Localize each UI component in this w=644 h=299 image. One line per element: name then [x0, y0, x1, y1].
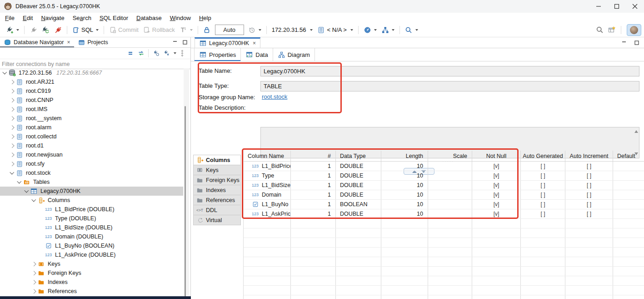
empty-cell[interactable] [565, 248, 613, 257]
column-header-length[interactable]: Length [381, 151, 428, 161]
cell[interactable]: [ ] [521, 200, 565, 209]
cell[interactable]: [v] [472, 171, 521, 180]
cell[interactable]: 10 [381, 181, 428, 190]
cell[interactable]: [v] [472, 200, 521, 209]
empty-cell[interactable] [428, 267, 472, 276]
empty-cell[interactable] [565, 276, 613, 285]
menu-window[interactable]: Window [166, 15, 195, 21]
cell[interactable]: [v] [472, 162, 521, 171]
cell[interactable]: 1 [291, 190, 336, 199]
grid-row-l1-bidprice[interactable]: 123L1_BidPrice1DOUBLE10[v][ ][ ] [244, 162, 644, 171]
expand-arrow-icon[interactable] [9, 161, 15, 167]
cell[interactable]: 1 [291, 181, 336, 190]
cell[interactable]: 10 [381, 190, 428, 199]
tree-item-root-newjisuan[interactable]: root.newjisuan [0, 150, 183, 159]
cell[interactable]: [v] [472, 181, 521, 190]
tree-item-root-sfy[interactable]: root.sfy [0, 159, 183, 168]
tree-item-root-c919[interactable]: root.C919 [0, 86, 183, 96]
tree-item-foreign-keys[interactable]: Foreign Keys [0, 269, 183, 278]
panel-tab-indexes[interactable]: Indexes [193, 185, 241, 195]
panel-tab-ddl[interactable]: <>TDDL [193, 205, 241, 215]
tree-item-type-double[interactable]: 123Type (DOUBLE) [0, 214, 183, 223]
empty-cell[interactable] [521, 276, 565, 285]
empty-cell[interactable] [428, 286, 472, 295]
panel-tab-columns[interactable]: Columns [193, 155, 241, 165]
empty-cell[interactable] [291, 238, 336, 247]
empty-cell[interactable] [244, 295, 291, 299]
column-header-auto-generated[interactable]: Auto Generated [521, 151, 565, 161]
empty-cell[interactable] [244, 219, 291, 228]
tree-item-root-ims[interactable]: root.IMS [0, 105, 183, 114]
empty-cell[interactable] [613, 257, 644, 266]
cell[interactable]: 10 [381, 209, 428, 218]
close-icon[interactable]: × [253, 40, 256, 46]
grid-empty-row[interactable] [244, 286, 644, 295]
empty-cell[interactable] [336, 219, 381, 228]
editor-tab-legacy-0700hk[interactable]: Legacy.0700HK × [195, 37, 260, 48]
cell-column-name[interactable]: L1_BuyNo [244, 200, 291, 209]
filter-connection-button[interactable] [162, 49, 171, 58]
cell-column-name[interactable]: 123L1_BidSize [244, 181, 291, 190]
grid-row-type[interactable]: 123Type1DOUBLE10[v][ ][ ] [244, 171, 644, 181]
rollback-button[interactable]: Rollback [141, 25, 177, 35]
empty-cell[interactable] [472, 276, 521, 285]
auto-commit-field[interactable]: Auto [215, 25, 244, 35]
sql-editor-button[interactable]: SQL [70, 25, 100, 35]
expand-arrow-icon[interactable] [9, 152, 15, 158]
cell[interactable]: [ ] [521, 181, 565, 190]
search-button[interactable] [403, 25, 420, 35]
grid-row-l1-askprice[interactable]: 123L1_AskPrice1DOUBLE10[v][ ][ ] [244, 209, 644, 219]
expand-arrow-icon[interactable] [31, 261, 37, 267]
empty-cell[interactable] [428, 276, 472, 285]
empty-cell[interactable] [381, 228, 428, 238]
cell[interactable] [428, 209, 472, 218]
panel-minimize-button[interactable] [170, 38, 180, 46]
cell[interactable]: [v] [472, 190, 521, 199]
cell[interactable] [613, 171, 644, 180]
reconnect-button[interactable] [40, 25, 51, 35]
cell[interactable]: DOUBLE [336, 181, 381, 190]
expand-arrow-icon[interactable] [9, 142, 15, 149]
cell[interactable]: [ ] [565, 162, 613, 171]
panel-tab-keys[interactable]: Keys [193, 165, 241, 175]
tree-item-indexes[interactable]: Indexes [0, 278, 183, 287]
empty-cell[interactable] [336, 228, 381, 238]
cell[interactable]: 1 [291, 200, 336, 209]
cell[interactable] [613, 162, 644, 171]
cell[interactable]: [ ] [521, 190, 565, 199]
new-connection-button[interactable] [4, 25, 21, 35]
filter-connections-input[interactable] [0, 60, 190, 68]
empty-cell[interactable] [613, 219, 644, 228]
empty-cell[interactable] [244, 238, 291, 247]
column-header-default[interactable]: Default [613, 151, 644, 161]
menu-file[interactable]: File [1, 15, 19, 21]
empty-cell[interactable] [244, 286, 291, 295]
grid-empty-row[interactable] [244, 257, 644, 267]
empty-cell[interactable] [244, 228, 291, 238]
cell[interactable]: [v] [472, 209, 521, 218]
tree-item-references[interactable]: References [0, 287, 183, 296]
empty-cell[interactable] [381, 219, 428, 228]
collapse-arrow-icon[interactable] [2, 70, 8, 76]
empty-cell[interactable] [521, 219, 565, 228]
tree-item-domain-double[interactable]: 123Domain (DOUBLE) [0, 232, 183, 241]
empty-cell[interactable] [336, 238, 381, 247]
panel-maximize-button[interactable] [180, 38, 190, 46]
grid-empty-row[interactable] [244, 248, 644, 257]
network-button[interactable] [379, 25, 396, 35]
grid-empty-row[interactable] [244, 238, 644, 248]
empty-cell[interactable] [521, 238, 565, 247]
empty-cell[interactable] [336, 286, 381, 295]
empty-cell[interactable] [472, 295, 521, 299]
tree-item-root-collectd[interactable]: root.collectd [0, 132, 183, 141]
empty-cell[interactable] [521, 295, 565, 299]
subtab-data[interactable]: Data [241, 48, 273, 61]
cell[interactable] [613, 200, 644, 209]
expand-arrow-icon[interactable] [9, 133, 15, 140]
commit-button[interactable]: Commit [107, 25, 140, 35]
tree-item-legacy-0700hk[interactable]: Legacy.0700HK [0, 187, 183, 196]
collapse-arrow-icon[interactable] [24, 188, 30, 194]
empty-cell[interactable] [521, 248, 565, 257]
window-minimize-button[interactable] [589, 0, 608, 13]
cell[interactable] [613, 209, 644, 218]
